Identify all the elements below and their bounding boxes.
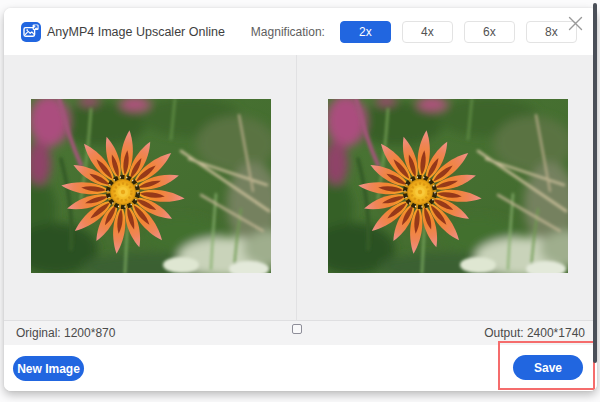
preview-area [4,55,597,320]
save-button[interactable]: Save [513,355,583,380]
original-size-label: Original: 1200*870 [16,326,115,340]
magnification-4x-button[interactable]: 4x [402,21,453,43]
panel-divider [296,55,297,320]
magnification-options: 2x 4x 6x 8x [340,21,577,43]
scrollbar-thumb[interactable] [593,3,597,363]
output-size-label: Output: 2400*1740 [484,326,585,340]
upscaled-image-preview [328,99,568,273]
close-icon [568,16,583,31]
compare-toggle-icon[interactable] [292,324,302,334]
original-image-preview [31,99,271,273]
new-image-button[interactable]: New Image [13,356,84,381]
save-highlight-annotation: Save [498,341,595,390]
dialog-footer: New Image Save [4,345,597,391]
status-bar: Original: 1200*870 Output: 2400*1740 [4,320,597,345]
magnification-2x-button[interactable]: 2x [340,21,391,43]
magnification-label: Magnification: [251,25,325,39]
dialog-header: AnyMP4 Image Upscaler Online Magnificati… [4,8,597,55]
close-button[interactable] [564,12,586,34]
image-upscaler-logo-icon [21,22,41,42]
upscaler-dialog: AnyMP4 Image Upscaler Online Magnificati… [4,8,597,391]
app-title: AnyMP4 Image Upscaler Online [47,25,225,39]
magnification-6x-button[interactable]: 6x [464,21,515,43]
